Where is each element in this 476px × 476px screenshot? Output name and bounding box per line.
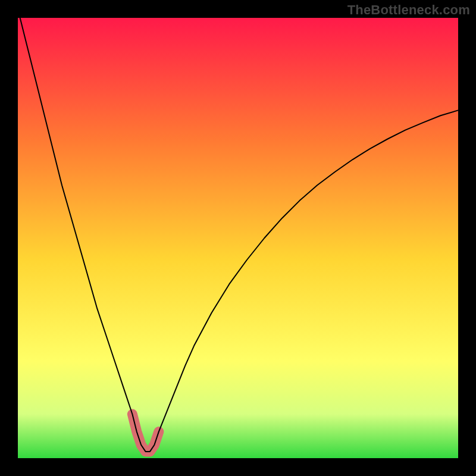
- plot-background: [18, 18, 458, 458]
- attribution-label: TheBottleneck.com: [347, 2, 470, 18]
